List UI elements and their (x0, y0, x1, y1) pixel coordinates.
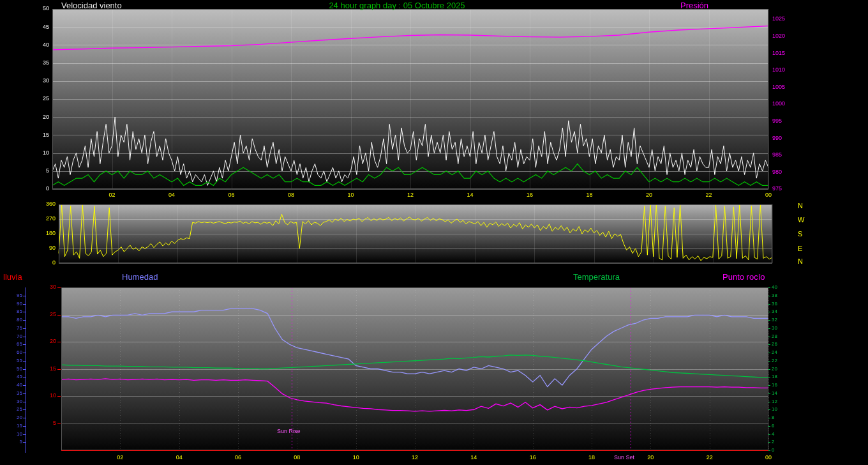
rain-title: lluvia (3, 273, 22, 281)
weather-dashboard: Velocidad viento 24 hour graph day : 05 … (0, 0, 868, 465)
dewpoint-title: Punto rocío (722, 273, 765, 281)
weather-graphs-canvas (0, 0, 868, 465)
wind-speed-title: Velocidad viento (61, 1, 122, 10)
compass-letter-west: W (798, 216, 804, 224)
humidity-title: Humedad (122, 273, 158, 281)
compass-letter-east: E (798, 245, 802, 252)
compass-letter-north-bottom: N (798, 257, 803, 265)
sunset-label: Sun Set (614, 455, 634, 461)
pressure-title: Presión (680, 1, 708, 10)
temperature-title: Temperatura (573, 273, 620, 281)
compass-letter-south: S (798, 230, 802, 238)
sunrise-label: Sun Rise (277, 429, 301, 434)
graph-date-title: 24 hour graph day : 05 Octubre 2025 (329, 1, 465, 10)
compass-letter-north-top: N (798, 202, 803, 210)
